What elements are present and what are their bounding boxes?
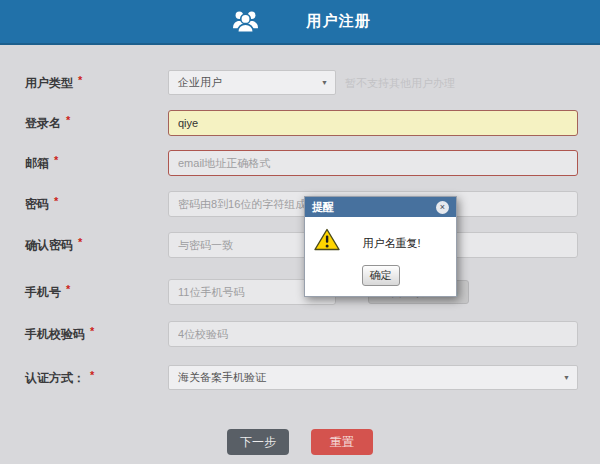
required-asterisk: *: [54, 195, 58, 207]
form-row-confirm-password: 确认密码*: [0, 232, 600, 258]
page-header: 用户注册: [0, 0, 600, 45]
required-asterisk: *: [66, 283, 70, 295]
users-icon: [230, 9, 261, 34]
field-label-text: 确认密码: [25, 238, 73, 252]
phone-code-input[interactable]: [168, 321, 578, 347]
required-asterisk: *: [90, 325, 94, 337]
field-label-text: 邮箱: [25, 156, 49, 170]
alert-dialog-actions: 确定: [313, 265, 448, 286]
confirm-button[interactable]: 确定: [362, 265, 400, 286]
required-asterisk: *: [54, 154, 58, 166]
auth-method-select[interactable]: 海关备案手机验证 ▼: [168, 365, 578, 390]
select-value: 企业用户: [178, 75, 222, 90]
form-actions: 下一步 重置: [0, 429, 600, 455]
field-label-text: 密码: [25, 197, 49, 211]
chevron-down-icon: ▼: [321, 79, 328, 86]
auth-method-label: 认证方式：*: [25, 365, 94, 391]
alert-dialog-header[interactable]: 提醒 ×: [305, 197, 456, 217]
form-row-email: 邮箱*: [0, 150, 600, 176]
warning-triangle-icon: [314, 228, 340, 251]
login-name-input[interactable]: [168, 110, 578, 136]
password-label: 密码*: [25, 191, 58, 217]
form-row-phone: 手机号* 免费获取验证码: [0, 279, 600, 305]
registration-page: 用户注册 用户类型* 企业用户 ▼ 暂不支持其他用户办理 登录名* 邮箱* 密码…: [0, 0, 600, 464]
close-icon[interactable]: ×: [436, 201, 449, 214]
chevron-down-icon: ▼: [563, 374, 570, 381]
phone-code-label: 手机校验码*: [25, 321, 94, 347]
reset-button[interactable]: 重置: [311, 429, 373, 455]
page-title: 用户注册: [307, 12, 371, 31]
required-asterisk: *: [78, 236, 82, 248]
email-input[interactable]: [168, 150, 578, 176]
required-asterisk: *: [90, 369, 94, 381]
form-row-password: 密码*: [0, 191, 600, 217]
field-label-text: 登录名: [25, 116, 61, 130]
alert-message: 用户名重复!: [335, 236, 448, 251]
user-type-select[interactable]: 企业用户 ▼: [168, 70, 336, 95]
alert-dialog-body: 用户名重复! 确定: [305, 217, 456, 296]
form-row-user-type: 用户类型* 企业用户 ▼ 暂不支持其他用户办理: [0, 70, 600, 96]
alert-dialog-title: 提醒: [312, 200, 436, 215]
form-row-login-name: 登录名*: [0, 110, 600, 136]
login-name-label: 登录名*: [25, 110, 70, 136]
required-asterisk: *: [66, 114, 70, 126]
field-label-text: 认证方式：: [25, 371, 85, 385]
form-row-auth-method: 认证方式：* 海关备案手机验证 ▼: [0, 365, 600, 391]
form-row-phone-code: 手机校验码*: [0, 321, 600, 347]
user-type-label: 用户类型*: [25, 70, 82, 96]
field-label-text: 手机校验码: [25, 327, 85, 341]
email-label: 邮箱*: [25, 150, 58, 176]
field-label-text: 用户类型: [25, 76, 73, 90]
alert-dialog: 提醒 × 用户名重复! 确定: [304, 196, 457, 297]
confirm-password-label: 确认密码*: [25, 232, 82, 258]
phone-label: 手机号*: [25, 279, 70, 305]
user-type-hint: 暂不支持其他用户办理: [345, 70, 455, 96]
field-label-text: 手机号: [25, 285, 61, 299]
required-asterisk: *: [78, 74, 82, 86]
select-value: 海关备案手机验证: [178, 370, 266, 385]
next-step-button[interactable]: 下一步: [227, 429, 289, 455]
